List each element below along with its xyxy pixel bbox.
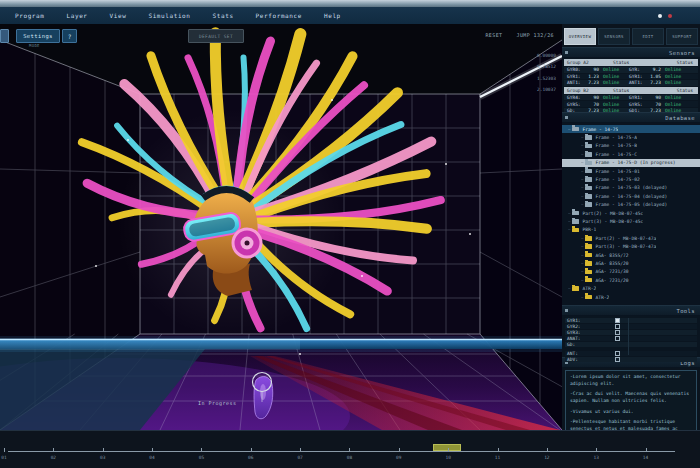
tab-edit[interactable]: EDIT: [632, 28, 664, 45]
tree-item[interactable]: –ATR-2: [562, 293, 700, 301]
timeline-tick: [399, 448, 400, 452]
tree-expander-icon[interactable]: –: [581, 177, 583, 182]
tree-item[interactable]: –ATR-2: [562, 284, 700, 292]
3d-viewport[interactable]: Settings ? DEFAULT SET MODE RESET JUMP 1…: [0, 24, 562, 430]
tree-item[interactable]: –Frame - 14-75: [562, 125, 700, 133]
menu-help[interactable]: Help: [313, 12, 352, 19]
sensors-panel-title: Sensors: [669, 50, 695, 56]
tree-item[interactable]: –AGA- 7231/20: [562, 276, 700, 284]
menu-view[interactable]: View: [99, 12, 138, 19]
window-close-icon[interactable]: [668, 14, 672, 18]
tree-expander-icon[interactable]: –: [581, 194, 583, 199]
tree-item[interactable]: –Frame - 14-75-B: [562, 142, 700, 150]
readout-value: 0.78512: [537, 61, 556, 72]
tab-support[interactable]: SUPPORT: [666, 28, 698, 45]
checkbox[interactable]: [615, 357, 620, 362]
tree-item[interactable]: –Frame - 14-75-02: [562, 175, 700, 183]
folder-icon: [572, 211, 579, 216]
tree-expander-icon[interactable]: –: [568, 219, 570, 224]
tree-expander-icon[interactable]: –: [581, 278, 583, 283]
tree-expander-icon[interactable]: –: [568, 211, 570, 216]
timeline-tick: [103, 448, 104, 452]
tree-item[interactable]: –AGA- 7231/30: [562, 268, 700, 276]
tree-item[interactable]: –PBR-1: [562, 226, 700, 234]
menu-layer[interactable]: Layer: [56, 12, 99, 19]
sensor-cell: 7.23: [649, 80, 665, 85]
tree-item[interactable]: –Frame - 14-75-C: [562, 150, 700, 158]
tool-label: GD:: [567, 342, 615, 347]
checkbox[interactable]: [615, 336, 620, 341]
timeline-tick-label: 01: [1, 455, 6, 460]
menu-performance[interactable]: Performance: [245, 12, 313, 19]
checkbox[interactable]: [615, 351, 620, 356]
tools-panel-header[interactable]: Tools: [562, 305, 700, 316]
tree-expander-icon[interactable]: –: [581, 261, 583, 266]
tree-item[interactable]: –Frame - 14-75-A: [562, 133, 700, 141]
tree-item[interactable]: –Part(3) - MB-DB-07-47a: [562, 242, 700, 250]
tree-item[interactable]: –Frame - 14-75-04 (delayed): [562, 192, 700, 200]
checkbox[interactable]: [615, 318, 620, 323]
collapsed-panel-button[interactable]: [0, 29, 9, 43]
tree-expander-icon[interactable]: –: [568, 227, 570, 232]
tree-item[interactable]: –Part(2) - MB-DB-07-45c: [562, 209, 700, 217]
tree-expander-icon[interactable]: –: [581, 185, 583, 190]
readout-value: 2.10037: [537, 84, 556, 95]
window-minimize-icon[interactable]: [658, 14, 662, 18]
menu-bar: ProgramLayerViewSimulationStatsPerforman…: [0, 7, 700, 25]
folder-icon: [585, 144, 592, 149]
sensors-panel-header[interactable]: Sensors: [562, 47, 700, 58]
tree-item[interactable]: –Part(3) - MB-DB-07-45c: [562, 217, 700, 225]
sensor-cell: 90: [587, 95, 603, 100]
default-set-button[interactable]: DEFAULT SET: [188, 29, 244, 43]
tree-expander-icon[interactable]: –: [581, 169, 583, 174]
hud-reset-label[interactable]: RESET: [485, 32, 502, 38]
tree-expander-icon[interactable]: –: [581, 202, 583, 207]
tab-sensors[interactable]: SENSORS: [598, 28, 630, 45]
folder-icon: [585, 161, 592, 166]
timeline-tick-label: 10: [445, 455, 450, 460]
sensor-cell: GYR:: [629, 67, 649, 72]
tree-expander-icon[interactable]: –: [568, 127, 570, 132]
timeline-scrubber[interactable]: [433, 444, 461, 451]
tree-expander-icon[interactable]: –: [581, 269, 583, 274]
sensor-status-col: Status: [655, 88, 695, 93]
sensor-group-name: Group B2: [567, 88, 613, 93]
tree-item[interactable]: –Frame - 14-75-01: [562, 167, 700, 175]
window-controls: [658, 14, 672, 18]
tree-expander-icon[interactable]: –: [581, 244, 583, 249]
settings-button[interactable]: Settings: [16, 29, 60, 43]
checkbox[interactable]: [615, 330, 620, 335]
menu-program[interactable]: Program: [4, 12, 56, 19]
menu-stats[interactable]: Stats: [202, 12, 245, 19]
status-badge: Online: [665, 74, 691, 79]
tree-item[interactable]: –Frame - 14-75-D (In progress): [562, 159, 700, 167]
sidebar-tabs: OVERVIEWSENSORSEDITSUPPORT: [564, 28, 698, 45]
tree-expander-icon[interactable]: –: [568, 286, 570, 291]
checkbox[interactable]: [615, 324, 620, 329]
log-output[interactable]: -Lorem ipsum dolor sit amet, consectetur…: [565, 370, 697, 436]
tree-expander-icon[interactable]: –: [581, 143, 583, 148]
tree-item-label: Frame - 14-75-A: [595, 135, 637, 140]
tree-item[interactable]: –Part(2) - MB-DB-07-47a: [562, 234, 700, 242]
sensor-cell: 9.2: [649, 67, 665, 72]
tree-item[interactable]: –AGA- 8355/20: [562, 259, 700, 267]
tool-row: GD:: [565, 342, 697, 347]
panel-bullet-icon: [565, 309, 568, 312]
tree-expander-icon[interactable]: –: [581, 152, 583, 157]
tree-expander-icon[interactable]: –: [581, 253, 583, 258]
tree-expander-icon[interactable]: –: [581, 135, 583, 140]
tree-expander-icon[interactable]: –: [581, 236, 583, 241]
panel-bullet-icon: [565, 51, 568, 54]
tab-overview[interactable]: OVERVIEW: [564, 28, 596, 45]
tree-item[interactable]: –Frame - 14-75-03 (delayed): [562, 184, 700, 192]
tree-item[interactable]: –Frame - 14-75-05 (delayed): [562, 201, 700, 209]
menu-simulation[interactable]: Simulation: [137, 12, 201, 19]
help-button[interactable]: ?: [62, 29, 77, 43]
tree-item[interactable]: –AGA- 8355/72: [562, 251, 700, 259]
database-panel-header[interactable]: Database: [562, 112, 700, 123]
tree-expander-icon[interactable]: –: [581, 160, 583, 165]
scene-canvas: [0, 24, 562, 430]
tree-expander-icon[interactable]: –: [581, 295, 583, 300]
timeline-tick: [300, 448, 301, 452]
folder-icon: [585, 244, 592, 249]
